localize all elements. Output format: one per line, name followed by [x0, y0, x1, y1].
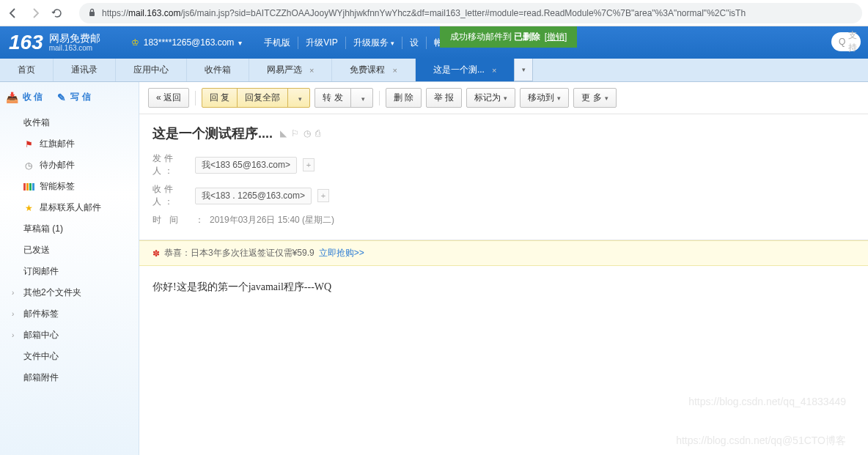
- back-button[interactable]: « 返回: [148, 88, 189, 108]
- compose-icon: ✎: [57, 92, 66, 103]
- chevron-down-icon: ▾: [504, 95, 507, 102]
- tab-yanxuan[interactable]: 网易严选×: [249, 59, 332, 81]
- sidebar-item-smart[interactable]: 智能标签: [0, 176, 139, 197]
- mail-header: 这是一个测试程序.... ◣ ⚐ ◷ ⎙ 发件人： 我<183 65@163.c…: [139, 114, 868, 240]
- promo-link[interactable]: 立即抢购>>: [319, 247, 364, 259]
- search-box[interactable]: Q 支持: [831, 32, 861, 51]
- print-icon[interactable]: ⎙: [315, 128, 320, 138]
- tag-icon: [23, 183, 34, 190]
- date-value: 2019年03月26日 15:40 (星期二): [210, 214, 334, 226]
- tab-apps[interactable]: 应用中心: [116, 59, 187, 81]
- lock-icon: [88, 8, 96, 18]
- success-toast: 成功移动邮件到 已删除 [撤销]: [440, 26, 577, 48]
- sidebar-item-labels[interactable]: ›邮件标签: [0, 303, 139, 325]
- top-link-upgrade[interactable]: 升级服务 ▾: [345, 37, 402, 49]
- url-text: https://mail.163.com/js6/main.jsp?sid=bA…: [102, 7, 746, 18]
- sidebar-item-draft[interactable]: 草稿箱 (1): [0, 218, 139, 240]
- chevron-right-icon: ›: [12, 310, 18, 318]
- sidebar-item-attach[interactable]: 邮箱附件: [0, 367, 139, 388]
- sidebar-item-files[interactable]: 文件中心: [0, 346, 139, 367]
- chevron-down-icon: ▾: [557, 95, 561, 102]
- reply-dropdown[interactable]: ▾: [287, 88, 310, 108]
- nav-back-button[interactable]: [6, 6, 21, 21]
- forward-dropdown[interactable]: ▾: [350, 88, 373, 108]
- bookmark-icon[interactable]: ◣: [280, 128, 287, 138]
- mail-subject: 这是一个测试程序....: [152, 125, 273, 142]
- chevron-right-icon: ›: [12, 331, 18, 339]
- sidebar-item-star[interactable]: ★星标联系人邮件: [0, 197, 139, 218]
- reply-button[interactable]: 回 复: [202, 88, 238, 108]
- chevron-down-icon: ▾: [238, 39, 242, 47]
- tab-bar: 首页 通讯录 应用中心 收件箱 网易严选× 免费课程× 这是一个测...× ▾: [0, 59, 868, 82]
- top-link-vip[interactable]: 升级VIP: [298, 37, 345, 49]
- sidebar-item-other[interactable]: ›其他2个文件夹: [0, 282, 139, 303]
- top-link-mobile[interactable]: 手机版: [257, 37, 298, 49]
- mark-button[interactable]: 标记为▾: [466, 88, 515, 108]
- chevron-down-icon: ▾: [605, 95, 608, 102]
- content-area: « 返回 回 复 回复全部 ▾ 转 发 ▾ 删 除 举 报 标记为▾ 移动到▾ …: [139, 82, 868, 455]
- mail-body: 你好!这是我的第一个javamail程序---WQ: [139, 266, 868, 308]
- inbox-icon: 📥: [6, 92, 18, 103]
- logo[interactable]: 163 网易免费邮 mail.163.com: [0, 31, 109, 54]
- from-label: 发件人：: [152, 152, 189, 177]
- add-contact-button[interactable]: +: [303, 158, 315, 171]
- undo-link[interactable]: [撤销]: [545, 32, 567, 42]
- promo-text: 恭喜：日本3年多次往返签证仅需¥59.9: [164, 247, 315, 259]
- mail-toolbar: « 返回 回 复 回复全部 ▾ 转 发 ▾ 删 除 举 报 标记为▾ 移动到▾ …: [139, 82, 868, 114]
- top-links: 手机版 升级VIP 升级服务 ▾ 设 帐: [257, 37, 450, 49]
- compose-button[interactable]: ✎写 信: [57, 91, 90, 103]
- search-icon: Q: [839, 37, 845, 47]
- app-header: 163 网易免费邮 mail.163.com ♔ 183****1265@163…: [0, 26, 868, 59]
- sidebar-item-inbox[interactable]: 收件箱: [0, 112, 139, 133]
- sidebar-item-center[interactable]: ›邮箱中心: [0, 325, 139, 346]
- flag-icon: ⚑: [23, 139, 34, 149]
- top-link-cut1[interactable]: 设: [402, 37, 426, 49]
- close-icon[interactable]: ×: [392, 66, 397, 75]
- clock-icon[interactable]: ◷: [304, 128, 311, 138]
- reload-button[interactable]: [50, 6, 65, 21]
- delete-button[interactable]: 删 除: [386, 88, 422, 108]
- svg-rect-0: [89, 12, 95, 16]
- sidebar-item-sent[interactable]: 已发送: [0, 240, 139, 261]
- chevron-down-icon: ▾: [522, 66, 526, 73]
- chevron-right-icon: ›: [12, 289, 18, 297]
- logo-cn: 网易免费邮: [49, 33, 100, 44]
- nav-forward-button[interactable]: [28, 6, 43, 21]
- tab-course[interactable]: 免费课程×: [332, 59, 415, 81]
- flag-outline-icon[interactable]: ⚐: [291, 128, 299, 138]
- move-button[interactable]: 移动到▾: [520, 88, 569, 108]
- to-contact[interactable]: 我<183 . 1265@163.com>: [195, 188, 312, 204]
- close-icon[interactable]: ×: [492, 66, 496, 75]
- user-info[interactable]: ♔ 183****1265@163.com ▾: [131, 37, 243, 48]
- sidebar-item-flag[interactable]: ⚑红旗邮件: [0, 133, 139, 155]
- from-contact[interactable]: 我<183 65@163.com>: [195, 157, 297, 174]
- logo-number: 163: [9, 31, 43, 54]
- logo-en: mail.163.com: [49, 44, 100, 52]
- receive-button[interactable]: 📥收 信: [6, 91, 43, 103]
- chevron-down-icon: ▾: [361, 95, 365, 103]
- date-label: 时 间: [152, 214, 189, 226]
- more-button[interactable]: 更 多▾: [573, 88, 616, 108]
- user-email: 183****1265@163.com: [144, 37, 235, 48]
- close-icon[interactable]: ×: [309, 66, 314, 75]
- tab-contacts[interactable]: 通讯录: [54, 59, 116, 81]
- browser-bar: https://mail.163.com/js6/main.jsp?sid=bA…: [0, 0, 868, 26]
- star-icon: ★: [23, 203, 34, 213]
- reply-all-button[interactable]: 回复全部: [237, 88, 288, 108]
- tab-inbox[interactable]: 收件箱: [187, 59, 249, 81]
- sidebar: 📥收 信 ✎写 信 收件箱 ⚑红旗邮件 ◷待办邮件 智能标签 ★星标联系人邮件 …: [0, 82, 139, 455]
- promo-icon: ✽: [152, 248, 160, 259]
- clock-icon: ◷: [23, 160, 34, 171]
- report-button[interactable]: 举 报: [426, 88, 462, 108]
- tab-mail-active[interactable]: 这是一个测...×: [416, 59, 514, 81]
- tab-more-button[interactable]: ▾: [514, 59, 533, 81]
- to-label: 收件人：: [152, 183, 189, 208]
- add-contact-button[interactable]: +: [317, 189, 329, 202]
- forward-button[interactable]: 转 发: [315, 88, 350, 108]
- url-bar[interactable]: https://mail.163.com/js6/main.jsp?sid=bA…: [79, 3, 862, 23]
- sidebar-item-subscribe[interactable]: 订阅邮件: [0, 261, 139, 282]
- promo-banner: ✽ 恭喜：日本3年多次往返签证仅需¥59.9 立即抢购>>: [139, 240, 868, 266]
- tab-home[interactable]: 首页: [0, 59, 54, 81]
- sidebar-item-todo[interactable]: ◷待办邮件: [0, 155, 139, 176]
- crown-icon: ♔: [131, 37, 139, 48]
